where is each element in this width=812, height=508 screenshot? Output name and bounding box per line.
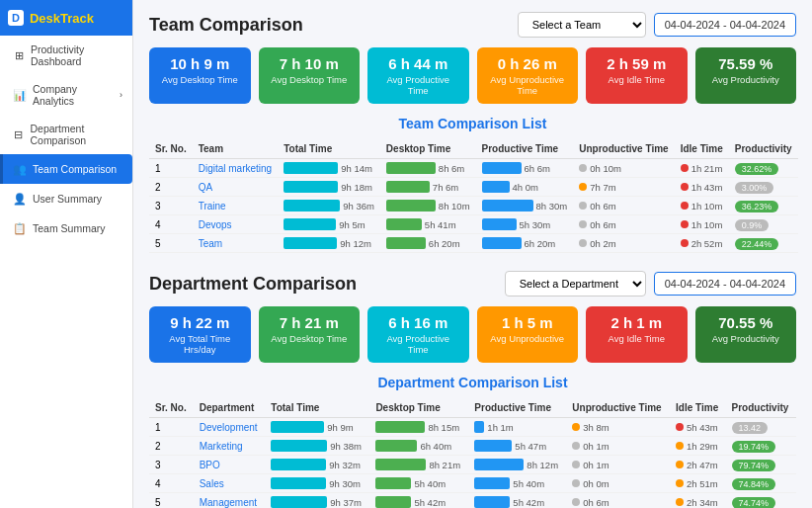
cell-desktop: 8h 6m [380,159,476,178]
dept-stat-value-4: 2 h 1 m [596,314,678,331]
cell-desktop: 5h 42m [369,493,468,509]
team-stat-desktop1: 10 h 9 m Avg Desktop Time [149,47,251,104]
sidebar-item-user[interactable]: 👤 User Summary [0,184,132,213]
cell-productivity: 32.62% [729,159,798,178]
company-icon: 📊 [13,88,27,102]
cell-total: 9h 5m [278,215,380,234]
cell-srno: 3 [149,456,194,474]
dept-stat-value-1: 7 h 21 m [269,314,351,331]
cell-total: 9h 14m [278,159,380,178]
cell-total: 9h 30m [265,474,369,493]
cell-dept[interactable]: Sales [194,474,266,493]
team-stat-desktop2: 7 h 10 m Avg Desktop Time [259,47,361,104]
team-select[interactable]: Select a Team [518,12,646,38]
col-unproductive: Unproductive Time [573,139,674,159]
cell-unproductive: 0h 10m [573,159,674,178]
cell-dept[interactable]: BPO [194,456,266,474]
sidebar-item-company[interactable]: 📊 Company Analytics › [0,75,132,115]
dcol-total: Total Time [265,398,369,418]
logo-text: DeskTrack [30,11,94,26]
cell-team[interactable]: Traine [193,197,278,215]
dept-stat-label-0: Avg Total Time Hrs/day [159,333,241,355]
team-stat-productive: 6 h 44 m Avg Productive Time [367,47,469,104]
dept-comparison-controls: Select a Department 04-04-2024 - 04-04-2… [505,271,796,296]
dept-comparison-table: Sr. No. Department Total Time Desktop Ti… [149,398,796,508]
cell-dept[interactable]: Marketing [194,437,266,456]
dept-stat-value-5: 70.55 % [705,314,787,331]
team-comparison-header: Team Comparison Select a Team 04-04-2024… [149,12,796,38]
main-content: Team Comparison Select a Team 04-04-2024… [133,0,812,508]
dept-stat-value-3: 1 h 5 m [487,314,569,331]
sidebar-item-label: Department Comparison [30,123,122,146]
table-row: 2 QA 9h 18m 7h 6m 4h 0m 7h 7m 1h 43m 3.0… [149,178,798,197]
team-stat-value-5: 75.59 % [705,55,787,72]
cell-unproductive: 0h 6m [573,197,674,215]
cell-dept[interactable]: Management [194,493,266,509]
cell-unproductive: 0h 2m [573,234,674,253]
sidebar-item-label: Company Analytics [33,83,114,107]
cell-total: 9h 9m [265,418,369,437]
table-row: 3 BPO 9h 32m 8h 21m 8h 12m 0h 1m 2h 47m … [149,456,796,474]
cell-productive: 4h 0m [476,178,574,197]
cell-productivity: 22.44% [729,234,798,253]
cell-desktop: 8h 21m [369,456,468,474]
cell-srno: 4 [149,474,194,493]
team-stat-label-2: Avg Productive Time [377,74,459,96]
cell-idle: 2h 51m [670,474,725,493]
cell-unproductive: 7h 7m [573,178,674,197]
table-row: 1 Digital marketing 9h 14m 8h 6m 6h 6m 0… [149,159,798,178]
cell-desktop: 6h 40m [369,437,468,456]
cell-idle: 1h 29m [670,437,725,456]
dept-stat-desktop: 7 h 21 m Avg Desktop Time [259,306,361,363]
cell-team[interactable]: Devops [193,215,278,234]
sidebar-item-department[interactable]: ⊟ Department Comparison [0,115,132,154]
dept-stat-label-3: Avg Unproductive [487,333,569,344]
sidebar-item-productivity[interactable]: ⊞ Productivity Dashboard [0,36,132,75]
cell-productive: 6h 20m [476,234,574,253]
cell-dept[interactable]: Development [194,418,266,437]
cell-idle: 1h 21m [675,159,729,178]
sidebar-item-label: User Summary [33,193,102,205]
cell-total: 9h 37m [265,493,369,509]
cell-team[interactable]: Digital marketing [193,159,278,178]
dept-select[interactable]: Select a Department [505,271,646,296]
cell-unproductive: 3h 8m [566,418,670,437]
cell-productivity: 19.74% [726,437,796,456]
cell-team[interactable]: QA [193,178,278,197]
team-comparison-title: Team Comparison [149,15,303,36]
department-icon: ⊟ [13,127,24,141]
cell-desktop: 8h 15m [369,418,468,437]
cell-team[interactable]: Team [193,234,278,253]
team-stat-value-2: 6 h 44 m [377,55,459,72]
team-icon: 👥 [13,162,27,176]
team-stat-label-1: Avg Desktop Time [269,74,351,85]
cell-unproductive: 0h 6m [573,215,674,234]
team-stat-value-4: 2 h 59 m [596,55,678,72]
team-stat-value-0: 10 h 9 m [159,55,241,72]
cell-productivity: 74.84% [726,474,796,493]
user-icon: 👤 [13,192,27,206]
sidebar-item-teamsummary[interactable]: 📋 Team Summary [0,213,132,243]
team-stat-label-4: Avg Idle Time [596,74,678,85]
dept-stat-label-1: Avg Desktop Time [269,333,351,344]
dcol-desktop: Desktop Time [369,398,468,418]
team-stat-value-1: 7 h 10 m [269,55,351,72]
cell-total: 9h 32m [265,456,369,474]
cell-srno: 1 [149,159,193,178]
chevron-right-icon: › [120,90,122,100]
cell-idle: 2h 52m [675,234,729,253]
table-row: 3 Traine 9h 36m 8h 10m 8h 30m 0h 6m 1h 1… [149,197,798,215]
cell-productive: 6h 6m [476,159,574,178]
col-idle: Idle Time [675,139,729,159]
sidebar-item-team[interactable]: 👥 Team Comparison [0,154,132,184]
dept-comparison-title: Department Comparison [149,274,357,295]
dept-stat-value-0: 9 h 22 m [159,314,241,331]
dept-stat-productivity: 70.55 % Avg Productivity [695,306,797,363]
logo: D DeskTrack [0,0,132,36]
dept-comparison-header: Department Comparison Select a Departmen… [149,271,796,296]
cell-srno: 5 [149,493,194,509]
cell-idle: 2h 34m [670,493,725,509]
table-row: 1 Development 9h 9m 8h 15m 1h 1m 3h 8m 5… [149,418,796,437]
cell-productive: 5h 40m [468,474,566,493]
productivity-icon: ⊞ [13,48,25,62]
